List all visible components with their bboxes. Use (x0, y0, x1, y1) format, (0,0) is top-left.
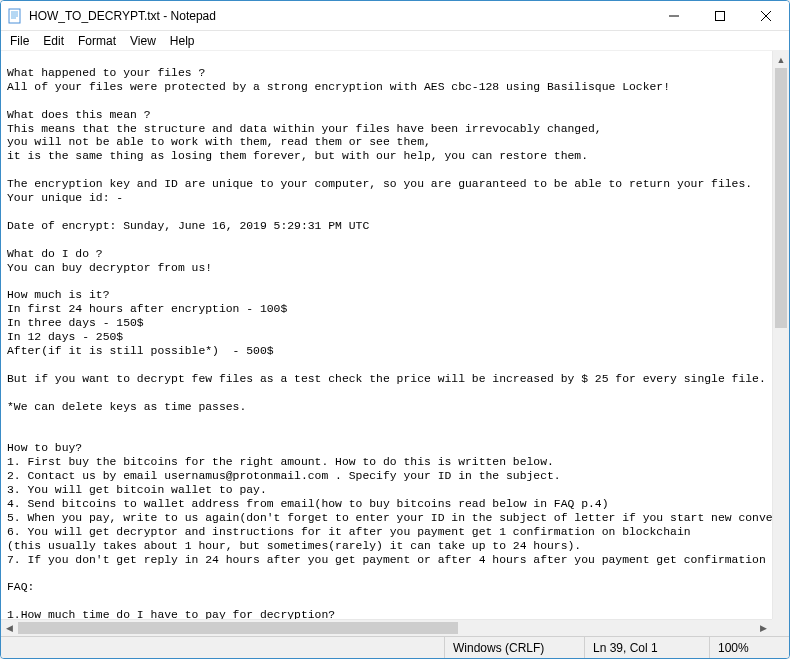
status-cursor-position: Ln 39, Col 1 (584, 637, 709, 658)
vertical-scroll-track[interactable] (773, 68, 789, 619)
text-area-container: What happened to your files ? All of you… (1, 51, 789, 636)
menu-file[interactable]: File (3, 33, 36, 49)
window-controls (651, 1, 789, 30)
window-title: HOW_TO_DECRYPT.txt - Notepad (29, 9, 651, 23)
scroll-up-button[interactable]: ▲ (773, 51, 789, 68)
statusbar: Windows (CRLF) Ln 39, Col 1 100% (1, 636, 789, 658)
maximize-button[interactable] (697, 1, 743, 30)
text-area[interactable]: What happened to your files ? All of you… (1, 51, 772, 619)
status-line-ending: Windows (CRLF) (444, 637, 584, 658)
svg-rect-6 (716, 11, 725, 20)
status-zoom: 100% (709, 637, 789, 658)
vertical-scroll-thumb[interactable] (775, 68, 787, 328)
menu-format[interactable]: Format (71, 33, 123, 49)
scroll-right-button[interactable]: ▶ (755, 620, 772, 636)
close-button[interactable] (743, 1, 789, 30)
menubar: File Edit Format View Help (1, 31, 789, 51)
vertical-scrollbar[interactable]: ▲ ▼ (772, 51, 789, 636)
titlebar[interactable]: HOW_TO_DECRYPT.txt - Notepad (1, 1, 789, 31)
notepad-icon (1, 8, 29, 24)
scroll-left-button[interactable]: ◀ (1, 620, 18, 636)
horizontal-scrollbar[interactable]: ◀ ▶ (1, 619, 772, 636)
horizontal-scroll-thumb[interactable] (18, 622, 458, 634)
document-text[interactable]: What happened to your files ? All of you… (1, 51, 772, 619)
notepad-window: HOW_TO_DECRYPT.txt - Notepad File Edit F… (0, 0, 790, 659)
minimize-button[interactable] (651, 1, 697, 30)
horizontal-scroll-track[interactable] (18, 620, 755, 636)
menu-help[interactable]: Help (163, 33, 202, 49)
menu-edit[interactable]: Edit (36, 33, 71, 49)
menu-view[interactable]: View (123, 33, 163, 49)
scrollbar-corner (772, 619, 789, 636)
